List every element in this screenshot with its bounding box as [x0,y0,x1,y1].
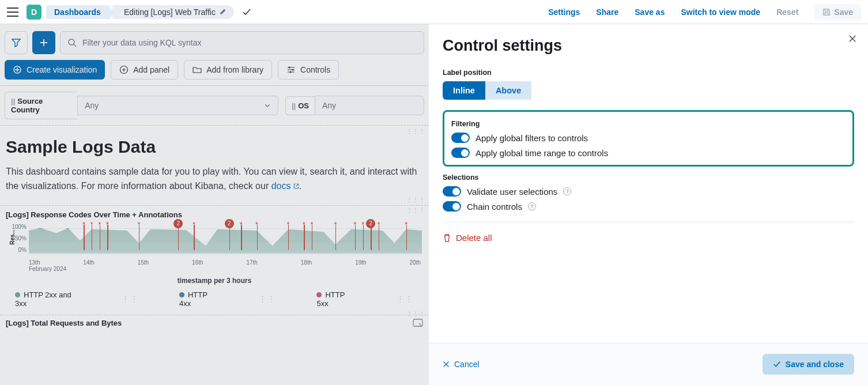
help-icon[interactable]: ? [563,187,571,195]
source-country-select[interactable]: Any [77,96,278,115]
create-viz-label: Create visualization [27,65,97,74]
dashboard-area: Filter your data using KQL syntax Create… [0,24,429,385]
intro-text-2: . [299,181,301,191]
x-axis-ticks: 13th14th15th16th17th18th19th20th [29,259,423,266]
cancel-label: Cancel [454,360,480,369]
add-library-label: Add from library [206,65,263,74]
source-country-label: Source Country [11,97,43,114]
cancel-button[interactable]: Cancel [443,360,480,369]
selections-heading: Selections [443,173,854,182]
legend-item-5xx[interactable]: HTTP 5xx [316,290,356,308]
kql-search-input[interactable]: Filter your data using KQL syntax [60,31,424,54]
query-bar-row: Filter your data using KQL syntax [0,24,429,54]
panel-button-row: Create visualization Add panel Add from … [0,54,429,86]
check-icon[interactable] [242,7,251,17]
header-actions: Settings Share Save as Switch to view mo… [548,4,861,20]
validate-selections-label: Validate user selections [467,187,557,197]
save-icon [822,8,831,16]
panel-drag-icon[interactable]: ⋮⋮⋮ [406,197,425,203]
save-label: Save [834,7,853,17]
breadcrumb-dashboards[interactable]: Dashboards [46,5,109,19]
flyout-title: Control settings [443,37,854,55]
chain-controls-toggle[interactable] [443,201,461,212]
delete-all-button[interactable]: Delete all [443,233,854,243]
add-filter-button[interactable] [32,31,55,54]
y-axis-ticks: 100% 50% 0% [10,224,27,258]
trash-icon [443,233,451,242]
validate-selections-toggle[interactable] [443,186,461,197]
divider [443,222,854,222]
apply-global-filters-label: Apply global filters to controls [475,133,588,143]
chevron-down-icon [264,102,271,109]
filter-icon-button[interactable] [5,31,28,54]
plus-circle-icon [119,65,129,74]
control-os: ||OS Any [285,92,424,119]
flyout-header: Control settings [429,24,868,69]
help-icon[interactable]: ? [528,202,536,210]
check-icon [773,360,781,368]
panel-actions-icon[interactable] [413,319,423,327]
top-header: D Dashboards Editing [Logs] Web Traffic … [0,0,868,24]
close-icon[interactable] [848,35,856,43]
validate-selections-row: Validate user selections ? [443,186,854,197]
chain-controls-row: Chain controls ? [443,201,854,212]
share-link[interactable]: Share [596,7,618,17]
save-button[interactable]: Save [814,4,861,20]
controls-row: ||Source Country Any ||OS Any [0,86,429,126]
pencil-icon [219,9,226,16]
flyout-body: Label position Inline Above Filtering Ap… [429,69,868,343]
legend-item-2xx[interactable]: HTTP 2xx and 3xx [15,290,81,308]
legend-divider-icon: ⋮⋮ [397,295,414,303]
apply-global-time-toggle[interactable] [451,148,470,158]
svg-point-3 [289,67,290,69]
label-position-inline[interactable]: Inline [443,81,485,100]
docs-link[interactable]: docs [271,181,299,191]
chart-plot-area[interactable]: *****2*2********2** [29,224,422,258]
reset-link[interactable]: Reset [776,7,798,17]
save-and-close-button[interactable]: Save and close [763,354,854,375]
breadcrumb-editing[interactable]: Editing [Logs] Web Traffic [112,5,234,19]
intro-text: This dashboard contains sample data for … [6,165,423,194]
delete-all-label: Delete all [456,233,492,243]
filtering-heading: Filtering [451,120,846,128]
page-title: Sample Logs Data [6,137,423,157]
legend-divider-icon: ⋮⋮ [259,295,276,303]
label-position-group: Inline Above [443,81,854,100]
filtering-highlight-box: Filtering Apply global filters to contro… [443,110,854,167]
intro-text-1: This dashboard contains sample data for … [6,167,417,191]
add-panel-label: Add panel [133,65,169,74]
saveas-link[interactable]: Save as [635,7,665,17]
close-icon [443,361,450,368]
search-placeholder: Filter your data using KQL syntax [82,38,201,47]
drag-handle-icon[interactable]: || [292,101,296,110]
svg-point-0 [69,39,74,45]
apply-global-time-row: Apply global time range to controls [451,148,846,158]
drag-handle-icon[interactable]: || [11,97,15,105]
menu-icon[interactable] [7,6,18,18]
label-position-above[interactable]: Above [485,81,531,100]
controls-button[interactable]: Controls [278,60,339,80]
external-link-icon [293,183,299,189]
control-settings-flyout: Control settings Label position Inline A… [429,24,868,385]
apply-global-filters-toggle[interactable] [451,133,470,143]
chain-controls-label: Chain controls [467,202,522,212]
panel-drag-icon[interactable]: ⋮⋮⋮ [406,128,425,134]
switch-view-link[interactable]: Switch to view mode [681,7,760,17]
os-select[interactable]: Any [315,96,424,115]
search-icon [67,38,77,47]
settings-link[interactable]: Settings [548,7,580,17]
add-panel-button[interactable]: Add panel [111,60,178,80]
controls-label: Controls [300,65,330,74]
add-from-library-button[interactable]: Add from library [184,60,272,80]
apply-global-time-label: Apply global time range to controls [475,148,608,158]
source-country-value: Any [85,101,99,110]
create-visualization-button[interactable]: Create visualization [5,60,105,80]
x-axis-title: timestamp per 3 hours [6,277,423,285]
app-badge[interactable]: D [27,5,41,20]
lens-icon [13,65,22,74]
breadcrumb-editing-label: Editing [Logs] Web Traffic [124,7,216,17]
panel-drag-icon[interactable]: ⋮⋮⋮ [406,207,425,213]
legend-item-4xx[interactable]: HTTP 4xx [179,290,219,308]
panel-drag-icon[interactable]: ⋮⋮⋮ [406,311,425,317]
chart1-title: [Logs] Response Codes Over Time + Annota… [6,210,423,219]
